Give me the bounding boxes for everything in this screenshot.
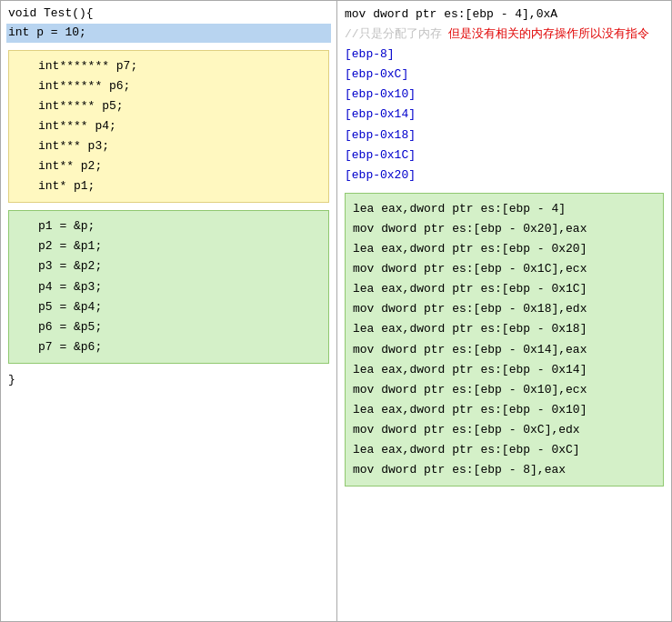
- yellow-line-4: int**** p4;: [16, 116, 321, 136]
- addr-line-2: [ebp-0xC]: [345, 67, 408, 81]
- green-left-line-4: p4 = &p3;: [16, 277, 321, 297]
- func-header: void Test(){: [8, 6, 94, 20]
- green-right-line-3: lea eax,dword ptr es:[ebp - 0x20]: [353, 239, 656, 259]
- comment-line-2: 但是没有相关的内存操作所以没有指令: [448, 27, 649, 41]
- green-right-line-6: mov dword ptr es:[ebp - 0x18],edx: [353, 299, 656, 319]
- green-right-line-11: lea eax,dword ptr es:[ebp - 0x10]: [353, 400, 656, 420]
- right-top: mov dword ptr es:[ebp - 4],0xA //只是分配了内存…: [337, 1, 671, 189]
- yellow-line-2: int****** p6;: [16, 76, 321, 96]
- addr-line-1: [ebp-8]: [345, 47, 395, 61]
- green-left-line-2: p2 = &p1;: [16, 236, 321, 256]
- yellow-line-3: int***** p5;: [16, 96, 321, 116]
- right-panel: mov dword ptr es:[ebp - 4],0xA //只是分配了内存…: [337, 1, 671, 621]
- left-top: void Test(){ int p = 10;: [1, 1, 336, 46]
- green-right-line-13: lea eax,dword ptr es:[ebp - 0xC]: [353, 440, 656, 460]
- yellow-line-7: int* p1;: [16, 176, 321, 196]
- highlighted-line: int p = 10;: [6, 24, 331, 43]
- green-right-line-5: lea eax,dword ptr es:[ebp - 0x1C]: [353, 279, 656, 299]
- green-right-line-4: mov dword ptr es:[ebp - 0x1C],ecx: [353, 259, 656, 279]
- comment-line-1: //只是分配了内存: [345, 27, 442, 41]
- green-left-line-3: p3 = &p2;: [16, 256, 321, 276]
- right-green-block: lea eax,dword ptr es:[ebp - 4] mov dword…: [345, 193, 664, 487]
- green-left-line-6: p6 = &p5;: [16, 317, 321, 337]
- green-right-line-14: mov dword ptr es:[ebp - 8],eax: [353, 460, 656, 480]
- green-right-line-1: lea eax,dword ptr es:[ebp - 4]: [353, 199, 656, 219]
- green-right-line-9: lea eax,dword ptr es:[ebp - 0x14]: [353, 360, 656, 380]
- left-panel: void Test(){ int p = 10; int******* p7; …: [1, 1, 337, 621]
- green-left-line-5: p5 = &p4;: [16, 297, 321, 317]
- green-left-line-1: p1 = &p;: [16, 216, 321, 236]
- addr-line-5: [ebp-0x18]: [345, 128, 416, 142]
- left-bottom: }: [1, 367, 336, 394]
- yellow-line-1: int******* p7;: [16, 56, 321, 76]
- green-right-line-7: lea eax,dword ptr es:[ebp - 0x18]: [353, 319, 656, 339]
- addr-line-3: [ebp-0x10]: [345, 87, 416, 101]
- main-container: void Test(){ int p = 10; int******* p7; …: [0, 0, 672, 622]
- addr-line-7: [ebp-0x20]: [345, 168, 416, 182]
- green-right-line-2: mov dword ptr es:[ebp - 0x20],eax: [353, 219, 656, 239]
- addr-line-4: [ebp-0x14]: [345, 107, 416, 121]
- left-yellow-block: int******* p7; int****** p6; int***** p5…: [8, 50, 329, 204]
- green-right-line-10: mov dword ptr es:[ebp - 0x10],ecx: [353, 380, 656, 400]
- green-right-line-8: mov dword ptr es:[ebp - 0x14],eax: [353, 340, 656, 360]
- green-left-line-7: p7 = &p6;: [16, 337, 321, 357]
- green-right-line-12: mov dword ptr es:[ebp - 0xC],edx: [353, 420, 656, 440]
- left-green-block: p1 = &p; p2 = &p1; p3 = &p2; p4 = &p3; p…: [8, 210, 329, 364]
- right-top-asm: mov dword ptr es:[ebp - 4],0xA: [345, 5, 664, 25]
- addr-line-6: [ebp-0x1C]: [345, 148, 416, 162]
- yellow-line-6: int** p2;: [16, 156, 321, 176]
- closing-brace: }: [8, 373, 15, 386]
- yellow-line-5: int*** p3;: [16, 136, 321, 156]
